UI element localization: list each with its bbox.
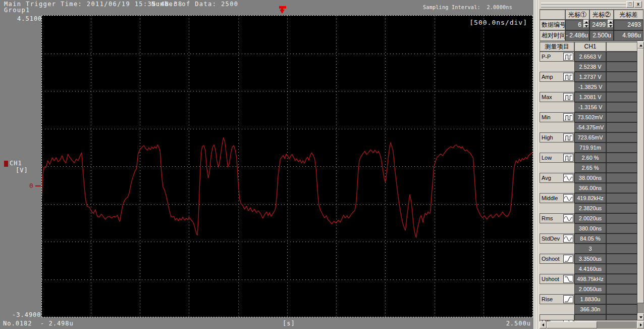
- horizontal-scroll-thumb[interactable]: [547, 321, 597, 328]
- cursor-diff-relative-time-value: 4.986u: [614, 30, 643, 41]
- cursor2-spinner[interactable]: [608, 20, 613, 28]
- measure-row-label-max[interactable]: Max: [540, 92, 574, 102]
- peak-to-peak-icon: [563, 53, 573, 61]
- undershoot-icon: [563, 275, 573, 283]
- amplitude-icon: [563, 73, 573, 81]
- measure-value-min: -1.3825 V: [574, 82, 606, 92]
- waveform-svg: [42, 16, 532, 317]
- measure-value-freq: 419.82kHz: [574, 193, 606, 203]
- measure-value-period: 2.3820us: [574, 203, 606, 213]
- oscilloscope-app-window: Main Trigger Time: 2011/06/19 15:35:48.3…: [0, 0, 644, 329]
- x-axis-end-label: 2.500u: [482, 320, 531, 327]
- measure-blank-cell: [606, 132, 637, 143]
- measure-value-pp: 2.6563 V: [574, 52, 606, 62]
- measure-row-label-rms[interactable]: Rms: [540, 213, 574, 223]
- measure-blank-cell: [606, 213, 637, 223]
- measure-value-rms: 723.65mV: [574, 132, 606, 143]
- measure-blank-cell: [606, 82, 637, 92]
- panel-maximize-button[interactable]: □: [626, 1, 634, 8]
- measure-value-low: -1.3156 V: [574, 102, 606, 112]
- cursor1-column-header: 光标①: [565, 9, 589, 20]
- measure-blank-cell: [606, 102, 637, 112]
- measure-value-burst2: 4.4160us: [574, 264, 606, 274]
- measure-blank-cell: [606, 254, 637, 264]
- measure-item-name: Low: [542, 155, 552, 161]
- measure-row-label-low[interactable]: Low: [540, 153, 574, 163]
- measure-value-high: 1.2081 V: [574, 92, 606, 102]
- trigger-position-icon[interactable]: [279, 6, 288, 14]
- panel-close-button[interactable]: x: [634, 1, 642, 8]
- spinner-down-button[interactable]: [608, 24, 613, 28]
- relative-time-row-label: 相对时间: [540, 30, 565, 41]
- measure-blank-cell: [606, 244, 637, 254]
- measure-row-label-pp[interactable]: P-P: [540, 52, 574, 62]
- spinner-up-button[interactable]: [608, 20, 613, 24]
- measure-value-ushoot: 2.65 %: [574, 163, 606, 173]
- measure-row-label-avg[interactable]: Avg: [540, 173, 574, 183]
- measure-row-label-ushoot[interactable]: Ushoot: [540, 274, 574, 284]
- time-per-div-label: [500.0ns/div]: [469, 19, 527, 26]
- cursor2-column-header: 光标②: [589, 9, 614, 20]
- measure-blank-cell: [606, 264, 637, 274]
- measure-value-int2ty: 366.30n: [574, 304, 606, 314]
- measure-item-name: P-P: [542, 54, 551, 60]
- measure-row-label-stddev[interactable]: StdDev: [540, 233, 574, 244]
- measure-item-name: Middle: [542, 195, 558, 201]
- measure-row-label-amp[interactable]: Amp: [540, 72, 574, 82]
- panel-horizontal-scrollbar[interactable]: [540, 321, 644, 328]
- scroll-right-button[interactable]: [637, 321, 644, 328]
- scroll-down-button[interactable]: [637, 313, 644, 320]
- ch1-waveform-trace: [42, 137, 532, 237]
- waveform-plot-area[interactable]: [500.0ns/div]: [41, 15, 533, 317]
- measure-row-label-min[interactable]: Min: [540, 112, 574, 122]
- measure-blank-cell: [606, 304, 637, 314]
- vertical-scroll-track[interactable]: [637, 303, 644, 313]
- measure-blank-cell: [606, 233, 637, 244]
- measure-blank-cell: [606, 92, 637, 102]
- spinner-up-button[interactable]: [583, 20, 589, 24]
- spinner-down-button[interactable]: [583, 24, 589, 28]
- measure-vertical-scrollbar[interactable]: [637, 41, 644, 320]
- y-axis-min-label: -3.4900: [12, 311, 40, 318]
- low-icon: [563, 154, 573, 162]
- cursor2-relative-time-value: 2.500u: [589, 30, 614, 41]
- cursor1-relative-time-value: - 2.486u: [565, 30, 589, 41]
- measure-row-label-oshoot[interactable]: Oshoot: [540, 254, 574, 264]
- channel-color-marker: [4, 161, 8, 167]
- measure-value-avgperiod: 2.0050us: [574, 284, 606, 294]
- measure-blank-cell: [606, 274, 637, 284]
- measure-blank-cell: [606, 173, 637, 183]
- rise-time-icon: [563, 295, 573, 303]
- measure-tail-blank-cell: [606, 314, 637, 320]
- rms-icon: [563, 214, 573, 222]
- measure-blank-cell: [606, 163, 637, 173]
- measure-item-column-header: 测量项目: [540, 41, 574, 52]
- measure-row-label-high[interactable]: High: [540, 132, 574, 143]
- scroll-left-button[interactable]: [540, 321, 547, 328]
- cursor-diff-data-number-value: 2493: [614, 20, 643, 30]
- measure-value-max: 1.2737 V: [574, 72, 606, 82]
- scroll-up-button[interactable]: [637, 41, 644, 49]
- measure-value-int1ty: 1.8830u: [574, 294, 606, 304]
- measure-tail-label-cell: [540, 314, 574, 320]
- measure-tail-value-cell: [574, 314, 606, 320]
- measure-blank-cell: [606, 223, 637, 233]
- number-of-data-label: Number of Data: 2500: [151, 1, 239, 8]
- measure-row-label-middle[interactable]: Middle: [540, 193, 574, 203]
- panel-grip[interactable]: [541, 5, 626, 8]
- measure-blank-cell: [606, 52, 637, 62]
- measurement-panel: □ x 光标① 光标② 光标差 数据编号 6 2499 2493 相对时间 - …: [539, 0, 644, 329]
- measure-item-name: Avg: [542, 175, 551, 181]
- measure-blank-cell: [606, 284, 637, 294]
- stddev-icon: [563, 234, 573, 243]
- measure-blank-cell: [606, 143, 637, 153]
- sampling-interval-label: Sampling Interval: 2.0000ns: [423, 5, 512, 10]
- measure-row-label-rise[interactable]: Rise: [540, 294, 574, 304]
- cursor1-spinner[interactable]: [583, 20, 589, 28]
- vertical-scroll-thumb[interactable]: [637, 49, 644, 303]
- measure-blank-cell: [606, 62, 637, 72]
- record-number-label: No.0182: [3, 320, 32, 327]
- max-icon: [563, 93, 573, 101]
- y-axis-max-label: 4.5100: [17, 15, 40, 22]
- measure-item-name: Rise: [542, 296, 553, 302]
